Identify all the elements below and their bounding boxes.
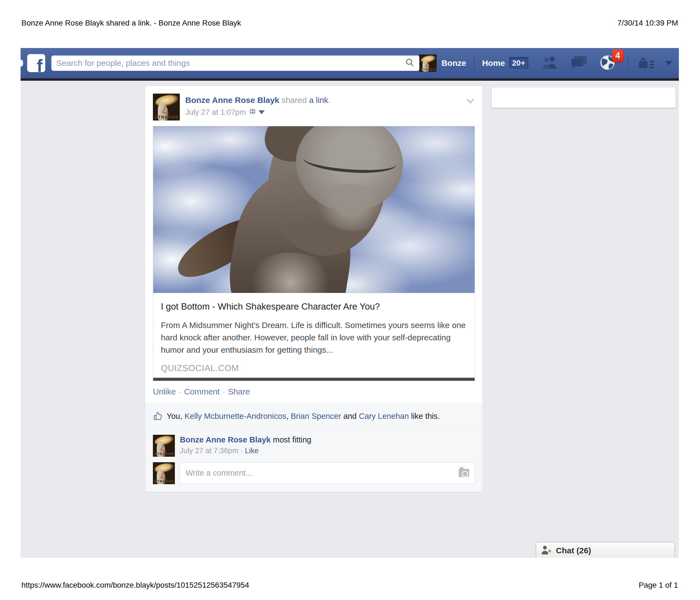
navbar-right-cluster: STRANGE Bonze Home 20+ xyxy=(420,55,672,72)
facebook-page: f STRANGE Bonze Home 20+ xyxy=(21,48,679,558)
post-action-verb: shared xyxy=(282,96,307,105)
privacy-globe-icon[interactable] xyxy=(249,108,256,117)
post-card: STRANGE Bonze Anne Rose Blayk shared a l… xyxy=(145,85,483,492)
friend-requests-button[interactable] xyxy=(541,56,558,71)
thumbs-up-icon xyxy=(153,411,162,420)
messages-button[interactable] xyxy=(571,55,587,71)
link-source-domain: QUIZSOCIAL.COM xyxy=(161,363,467,373)
comment-author-link[interactable]: Bonze Anne Rose Blayk xyxy=(180,435,271,444)
attachment-bottom-shadow xyxy=(153,378,475,381)
avatar-caption: STRANGE xyxy=(154,479,175,483)
facebook-logo[interactable]: f xyxy=(27,54,45,72)
comment-input[interactable] xyxy=(185,469,459,478)
avatar-caption: STRANGE xyxy=(421,68,436,71)
notifications-button[interactable]: 4 xyxy=(600,55,615,71)
home-notification-badge[interactable]: 20+ xyxy=(509,57,529,69)
like-you: You, xyxy=(167,412,182,421)
print-header-timestamp: 7/30/14 10:39 PM xyxy=(617,19,678,27)
friend-requests-icon xyxy=(541,56,558,71)
home-link[interactable]: Home xyxy=(482,58,505,68)
avatar-caption: STRANGE xyxy=(154,452,175,456)
facebook-navbar: f STRANGE Bonze Home 20+ xyxy=(21,48,679,78)
unlike-link[interactable]: Unlike xyxy=(153,387,176,396)
comment-author-avatar[interactable]: STRANGE xyxy=(153,435,175,457)
privacy-caret-icon[interactable] xyxy=(258,110,265,114)
like-summary: You, Kelly Mcburnette-Andronicos, Brian … xyxy=(145,403,482,428)
like-and: and xyxy=(343,412,357,421)
notification-count-badge[interactable]: 4 xyxy=(612,49,623,62)
link-preview-image-donkey-sky[interactable] xyxy=(153,126,475,293)
post-action-links: Unlike·Comment·Share xyxy=(145,381,482,403)
print-header-title: Bonze Anne Rose Blayk shared a link. - B… xyxy=(21,19,241,27)
lock-icon xyxy=(638,56,655,71)
chat-person-icon xyxy=(541,545,552,556)
post-period: . xyxy=(328,96,330,105)
like-tail: like this. xyxy=(411,412,440,421)
messages-icon xyxy=(571,55,587,71)
liker-link-1[interactable]: Kelly Mcburnette-Andronicos xyxy=(184,412,286,421)
right-column-box xyxy=(491,87,676,108)
camera-icon[interactable] xyxy=(459,469,469,477)
navbar-divider xyxy=(474,56,474,70)
post-menu-chevron-icon[interactable] xyxy=(467,96,474,103)
link-preview-text: I got Bottom - Which Shakespeare Charact… xyxy=(153,293,475,378)
print-footer-url: https://www.facebook.com/bonze.blayk/pos… xyxy=(21,581,249,590)
profile-name-link[interactable]: Bonze xyxy=(442,58,466,68)
print-footer-page-indicator: Page 1 of 1 xyxy=(639,581,678,590)
post-footer: You, Kelly Mcburnette-Andronicos, Brian … xyxy=(145,403,482,492)
comment-text: most fitting xyxy=(273,435,311,444)
post-action-object-link[interactable]: a link xyxy=(309,96,328,105)
comment-composer: STRANGE xyxy=(145,457,482,492)
link-description: From A Midsummer Night's Dream. Life is … xyxy=(161,319,467,356)
comment-like-link[interactable]: Like xyxy=(245,447,258,455)
search-bar[interactable] xyxy=(51,55,420,71)
liker-link-3[interactable]: Cary Lenehan xyxy=(359,412,409,421)
print-page: { "colors": { "navbar_blue": "#4b67a1", … xyxy=(0,0,700,600)
comment-input-box[interactable] xyxy=(180,462,475,484)
post-timestamp-link[interactable]: July 27 at 1:07pm xyxy=(185,108,246,117)
account-menu-button[interactable] xyxy=(665,61,672,65)
post-byline: Bonze Anne Rose Blayk shared a link. xyxy=(185,95,330,105)
navbar-divider xyxy=(627,56,628,70)
comment-link[interactable]: Comment xyxy=(184,387,220,396)
avatar-caption: STRANGE xyxy=(155,115,179,119)
liker-link-2[interactable]: Brian Spencer xyxy=(291,412,341,421)
link-title[interactable]: I got Bottom - Which Shakespeare Charact… xyxy=(161,301,467,312)
share-link[interactable]: Share xyxy=(228,387,250,396)
shared-link-attachment[interactable]: I got Bottom - Which Shakespeare Charact… xyxy=(153,126,475,381)
search-icon[interactable] xyxy=(405,58,415,68)
composer-avatar: STRANGE xyxy=(153,462,175,484)
profile-avatar[interactable]: STRANGE xyxy=(420,55,436,72)
privacy-shortcuts-button[interactable] xyxy=(638,56,655,71)
chat-label: Chat (26) xyxy=(556,546,591,555)
chat-bar[interactable]: Chat (26) xyxy=(536,542,675,558)
screen-edge-notch xyxy=(21,59,23,67)
comment: STRANGE Bonze Anne Rose Blayk most fitti… xyxy=(145,429,482,457)
post-header: STRANGE Bonze Anne Rose Blayk shared a l… xyxy=(145,86,482,121)
comment-timestamp-link[interactable]: July 27 at 7:38pm xyxy=(180,447,238,455)
caret-down-icon xyxy=(665,61,672,65)
navbar-bottom-border xyxy=(21,78,679,81)
post-author-link[interactable]: Bonze Anne Rose Blayk xyxy=(185,96,279,105)
post-author-avatar[interactable]: STRANGE xyxy=(153,94,180,121)
search-input[interactable] xyxy=(56,58,405,68)
